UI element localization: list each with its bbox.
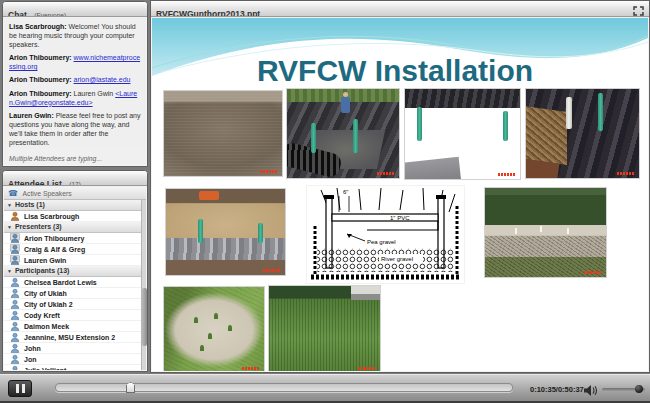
collapse-triangle-icon[interactable]: ▼ <box>7 202 12 208</box>
attendee-group-header[interactable]: ▼Hosts (1) <box>4 200 141 211</box>
svg-text:6": 6" <box>343 189 348 195</box>
attendee-row[interactable]: Lisa Scarbrough <box>4 211 141 222</box>
photo-datestamp <box>617 172 635 175</box>
active-speakers-label: Active Speakers <box>22 190 71 197</box>
attendee-name: Lisa Scarbrough <box>24 213 79 220</box>
attendee-name: Chelsea Bardot Lewis <box>24 279 97 286</box>
volume-knob[interactable] <box>635 385 643 393</box>
photo-datestamp <box>498 173 516 176</box>
presentation-file-title: RVFCWGunthorp2013.ppt <box>156 9 260 17</box>
time-display: 0:10:35/0:50:37 <box>530 385 584 394</box>
seek-slider[interactable] <box>55 383 513 392</box>
attendee-row[interactable]: City of Ukiah <box>4 288 141 299</box>
scrollbar-thumb[interactable] <box>142 288 147 346</box>
wetland-cross-section-diagram: 6" 1" PVC Pea gravel <box>307 186 464 283</box>
chat-sender: Arion Thiboumery: <box>9 54 74 61</box>
presenter-icon <box>10 244 20 254</box>
chat-message: Lisa Scarbrough: Welcome! You should be … <box>9 22 141 49</box>
host-icon <box>10 211 20 221</box>
participant-icon <box>10 288 20 298</box>
participant-icon <box>10 343 20 353</box>
presenter-icon <box>10 255 20 265</box>
photo-datestamp <box>377 172 395 175</box>
photo-datestamp <box>358 367 376 370</box>
photo-datestamp <box>242 367 260 370</box>
attendee-row[interactable]: Jeannine, MSU Extension 2 <box>4 332 141 343</box>
attendee-name: Craig & Alf & Greg <box>24 246 85 253</box>
webinar-app: Chat (Everyone) Lisa Scarbrough: Welcome… <box>0 0 650 403</box>
attendee-group-header[interactable]: ▼Presenters (3) <box>4 222 141 233</box>
participant-icon <box>10 277 20 287</box>
attendee-name: John <box>24 345 41 352</box>
attendee-name: Julia Valliant <box>24 367 66 371</box>
chat-message: Arion Thiboumery: www.nichemeatprocessin… <box>9 53 141 71</box>
chat-message: Lauren Gwin: Please feel free to post an… <box>9 111 141 147</box>
svg-text:Pea gravel: Pea gravel <box>367 239 396 245</box>
participant-icon <box>10 332 20 342</box>
photo-finished-gravel-bed <box>485 188 606 277</box>
attendee-name: Cody Kreft <box>24 312 60 319</box>
chat-message: Arion Thiboumery: arion@iastate.edu <box>9 75 141 84</box>
attendee-name: Daimon Meek <box>24 323 69 330</box>
attendee-pod-header[interactable]: Attendee List (17) <box>3 171 147 186</box>
pause-icon <box>16 384 19 393</box>
chat-sender: Arion Thiboumery: <box>9 90 74 97</box>
photo-liner-installation <box>287 89 399 178</box>
participant-icon <box>10 299 20 309</box>
pause-icon <box>22 384 25 393</box>
chat-link[interactable]: arion@iastate.edu <box>74 76 131 83</box>
attendee-row[interactable]: Jon <box>4 354 141 365</box>
attendee-list-title: Attendee List <box>8 179 62 186</box>
slide-area: RVFCW Installation <box>152 18 648 371</box>
chat-sender: Arion Thiboumery: <box>9 76 74 83</box>
fullscreen-icon[interactable] <box>632 3 645 15</box>
seek-handle[interactable] <box>126 382 135 393</box>
svg-text:River gravel: River gravel <box>381 256 413 262</box>
participant-icon <box>10 321 20 331</box>
active-speakers-bar: ☎ Active Speakers <box>4 187 146 200</box>
playback-bar: 0:10:35/0:50:37 <box>0 374 650 403</box>
attendee-row[interactable]: City of Ukiah 2 <box>4 299 141 310</box>
attendee-row[interactable]: Julia Valliant <box>4 365 141 370</box>
attendee-name: City of Ukiah <box>24 290 67 297</box>
attendee-row[interactable]: Cody Kreft <box>4 310 141 321</box>
collapse-triangle-icon[interactable]: ▼ <box>7 268 12 274</box>
attendee-row[interactable]: Arion Thiboumery <box>4 233 141 244</box>
attendee-row[interactable]: Craig & Alf & Greg <box>4 244 141 255</box>
chat-sender: Lisa Scarbrough: <box>9 23 69 30</box>
attendee-row[interactable]: Daimon Meek <box>4 321 141 332</box>
chat-scope: (Everyone) <box>34 12 66 17</box>
collapse-triangle-icon[interactable]: ▼ <box>7 224 12 230</box>
participant-icon <box>10 365 20 370</box>
active-speaker-icon: ☎ <box>8 189 18 198</box>
photo-sand-mound <box>166 189 285 275</box>
attendee-name: Lauren Gwin <box>24 257 66 264</box>
attendee-name: Jeannine, MSU Extension 2 <box>24 334 115 341</box>
photo-planted-bed <box>164 287 264 371</box>
presentation-pod: RVFCWGunthorp2013.ppt RVFCW I <box>150 0 650 373</box>
volume-icon[interactable] <box>584 383 598 401</box>
participant-icon <box>10 354 20 364</box>
attendee-row[interactable]: John <box>4 343 141 354</box>
photo-datestamp <box>584 271 602 274</box>
chat-sender: Lauren Gwin: <box>9 112 56 119</box>
attendee-groups[interactable]: ▼Hosts (1)Lisa Scarbrough▼Presenters (3)… <box>4 200 141 370</box>
presenter-icon <box>10 233 20 243</box>
chat-pod-header[interactable]: Chat (Everyone) <box>3 2 147 17</box>
photo-gravel-fill <box>405 89 520 179</box>
pause-button[interactable] <box>8 380 32 397</box>
attendee-name: City of Ukiah 2 <box>24 301 73 308</box>
chat-message: Arion Thiboumery: Lauren Gwin <Lauren.Gw… <box>9 89 141 107</box>
attendee-scrollbar[interactable] <box>141 200 146 370</box>
attendee-row[interactable]: Chelsea Bardot Lewis <box>4 277 141 288</box>
attendee-name: Jon <box>24 356 36 363</box>
svg-text:1" PVC: 1" PVC <box>390 215 410 221</box>
attendee-name: Arion Thiboumery <box>24 235 84 242</box>
attendee-row[interactable]: Lauren Gwin <box>4 255 141 266</box>
chat-messages[interactable]: Lisa Scarbrough: Welcome! You should be … <box>4 18 146 148</box>
volume-slider[interactable] <box>602 388 645 391</box>
attendee-list-pod: Attendee List (17) ☎ Active Speakers ▼Ho… <box>2 170 148 372</box>
photo-mature-vegetation <box>269 286 380 371</box>
attendee-group-header[interactable]: ▼Participants (13) <box>4 266 141 277</box>
presentation-pod-header[interactable]: RVFCWGunthorp2013.ppt <box>151 1 649 17</box>
